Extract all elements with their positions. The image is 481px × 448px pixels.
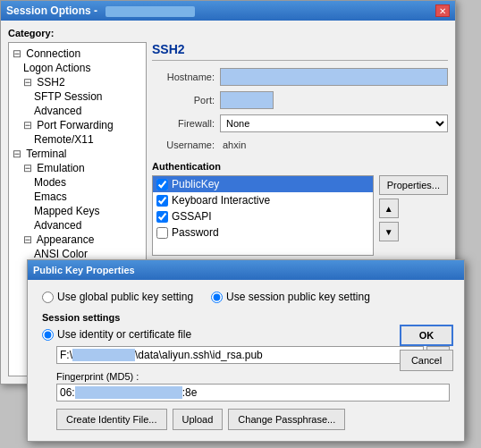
session-radio-label[interactable]: Use session public key setting	[211, 291, 370, 303]
identity-radio-text: Use identity or certificate file	[57, 328, 191, 341]
global-radio-label[interactable]: Use global public key setting	[42, 291, 193, 303]
fingerprint-input[interactable]: 06::8e	[56, 384, 450, 402]
tree-item-modes[interactable]: Modes	[13, 175, 142, 190]
title-redact	[105, 6, 195, 17]
hostname-label: Hostname:	[152, 72, 215, 82]
tree-label-ssh2: SSH2	[37, 76, 64, 89]
username-label: Username:	[152, 139, 215, 150]
arrow-down-button[interactable]: ▼	[379, 222, 399, 241]
session-radio-text: Use session public key setting	[226, 291, 370, 303]
upload-button[interactable]: Upload	[173, 409, 224, 430]
tree-item-appearance[interactable]: ⊟ Appearance	[13, 232, 142, 247]
tree-label-port-forwarding: Port Forwarding	[37, 119, 113, 131]
publickey-checkbox[interactable]	[156, 179, 168, 190]
minus-icon4: ⊟	[13, 148, 21, 160]
session-radio[interactable]	[211, 292, 223, 303]
auth-label-keyboard: Keyboard Interactive	[172, 194, 270, 207]
password-checkbox[interactable]	[156, 227, 168, 239]
session-settings-label: Session settings	[42, 312, 450, 323]
fingerprint-row: Fingerprint (MD5) : 06::8e	[56, 371, 450, 402]
minus-icon5: ⊟	[23, 162, 32, 174]
tree-item-logon-actions[interactable]: Logon Actions	[13, 61, 142, 75]
file-suffix: \data\aliyun.ssh\id_rsa.pub	[135, 349, 263, 361]
hostname-input[interactable]	[220, 68, 448, 86]
tree-item-remote-x11[interactable]: Remote/X11	[13, 132, 142, 147]
change-passphrase-button[interactable]: Change Passphrase...	[228, 409, 345, 430]
dialog-titlebar: Public Key Properties	[28, 260, 464, 280]
tree-item-ssh2[interactable]: ⊟ SSH2	[13, 75, 142, 89]
tree-item-sftp[interactable]: SFTP Session	[13, 89, 142, 104]
port-label: Port:	[152, 95, 215, 106]
panel-title: SSH2	[152, 42, 448, 61]
dialog-body: Use global public key setting Use sessio…	[28, 280, 464, 441]
identity-radio-label[interactable]: Use identity or certificate file	[42, 328, 450, 341]
fp-suffix: :8e	[182, 386, 198, 399]
auth-controls: Properties... ▲ ▼	[379, 175, 448, 256]
auth-label-gssapi: GSSAPI	[172, 210, 212, 223]
auth-list: PublicKey Keyboard Interactive GSSAPI	[152, 175, 374, 256]
session-options-titlebar: Session Options - ✕	[1, 1, 455, 21]
tree-item-connection[interactable]: ⊟ Connection	[13, 46, 142, 61]
auth-row: PublicKey Keyboard Interactive GSSAPI	[152, 175, 448, 256]
global-radio-text: Use global public key setting	[57, 291, 193, 303]
tree-label-advanced: Advanced	[34, 105, 81, 117]
tree-item-advanced2[interactable]: Advanced	[13, 218, 142, 232]
bottom-buttons-row: Create Identity File... Upload Change Pa…	[56, 409, 450, 430]
file-prefix: F:\	[60, 349, 72, 361]
auth-item-gssapi[interactable]: GSSAPI	[153, 208, 373, 224]
category-label: Category:	[8, 28, 448, 38]
keyboard-checkbox[interactable]	[156, 195, 168, 207]
gssapi-checkbox[interactable]	[156, 211, 168, 223]
tree-label-emacs: Emacs	[34, 190, 67, 203]
tree-label-appearance: Appearance	[37, 233, 95, 246]
tree-item-port-forwarding[interactable]: ⊟ Port Forwarding	[13, 118, 142, 132]
port-row: Port:	[152, 91, 448, 109]
tree-label-advanced2: Advanced	[34, 219, 81, 232]
fp-redact	[75, 386, 182, 399]
tree-label-emulation: Emulation	[37, 162, 84, 174]
create-identity-button[interactable]: Create Identity File...	[56, 409, 167, 430]
hostname-row: Hostname:	[152, 68, 448, 86]
window-title: Session Options -	[6, 4, 195, 17]
tree-label-ansi-color: ANSI Color	[34, 248, 88, 260]
auth-item-keyboard[interactable]: Keyboard Interactive	[153, 192, 373, 208]
cancel-button[interactable]: Cancel	[400, 350, 453, 371]
tree-label-logon-actions: Logon Actions	[23, 62, 90, 74]
tree-label-sftp: SFTP Session	[34, 90, 102, 103]
tree-label-remote-x11: Remote/X11	[34, 133, 94, 146]
auth-item-password[interactable]: Password	[153, 224, 373, 241]
properties-button[interactable]: Properties...	[379, 175, 448, 195]
global-radio[interactable]	[42, 292, 54, 303]
file-path-row: F:\\data\aliyun.ssh\id_rsa.pub ...	[56, 346, 450, 364]
tree-label-modes: Modes	[34, 176, 66, 189]
tree-label-mapped-keys: Mapped Keys	[34, 205, 99, 217]
tree-item-emulation[interactable]: ⊟ Emulation	[13, 161, 142, 175]
tree-label-terminal: Terminal	[26, 148, 66, 160]
minus-icon: ⊟	[13, 47, 21, 60]
minus-icon6: ⊟	[23, 233, 32, 246]
tree-item-mapped-keys[interactable]: Mapped Keys	[13, 204, 142, 218]
arrow-up-button[interactable]: ▲	[379, 199, 399, 218]
firewall-label: Firewall:	[152, 118, 215, 129]
minus-icon3: ⊟	[23, 119, 32, 131]
tree-label-connection: Connection	[26, 47, 80, 60]
ok-button[interactable]: OK	[400, 325, 453, 346]
file-path-input[interactable]: F:\\data\aliyun.ssh\id_rsa.pub	[56, 346, 424, 364]
fp-prefix: 06:	[60, 386, 75, 399]
radio-row: Use global public key setting Use sessio…	[42, 291, 450, 303]
close-button[interactable]: ✕	[435, 4, 450, 17]
tree-item-terminal[interactable]: ⊟ Terminal	[13, 147, 142, 161]
firewall-row: Firewall: None	[152, 114, 448, 132]
auth-item-publickey[interactable]: PublicKey	[153, 176, 373, 192]
username-row: Username: ahxin	[152, 138, 448, 152]
port-input[interactable]	[220, 91, 274, 109]
minus-icon2: ⊟	[23, 76, 32, 89]
fingerprint-label: Fingerprint (MD5) :	[56, 371, 450, 382]
tree-item-advanced[interactable]: Advanced	[13, 104, 142, 118]
pubkey-dialog: Public Key Properties Use global public …	[27, 259, 465, 442]
identity-radio[interactable]	[42, 329, 54, 341]
auth-label-password: Password	[172, 226, 219, 239]
firewall-select[interactable]: None	[220, 114, 448, 132]
tree-item-emacs[interactable]: Emacs	[13, 190, 142, 204]
dialog-title: Public Key Properties	[33, 265, 135, 275]
